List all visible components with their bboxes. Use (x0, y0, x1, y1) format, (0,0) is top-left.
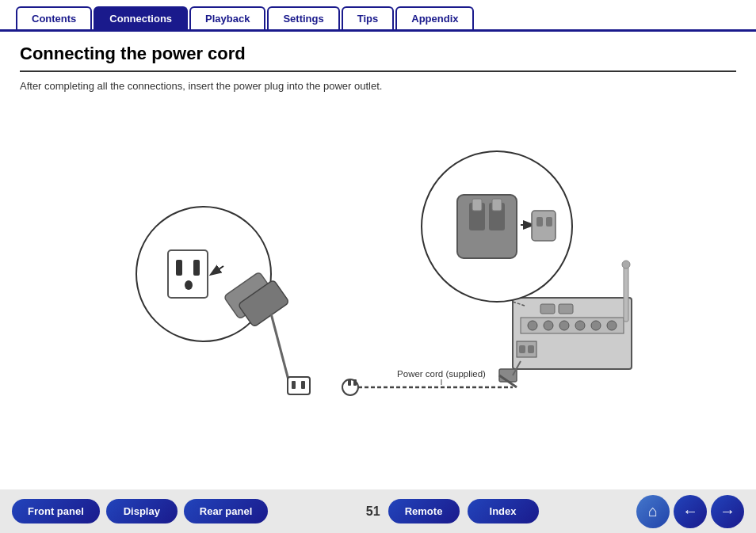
tab-settings[interactable]: Settings (267, 6, 339, 29)
svg-rect-38 (472, 199, 482, 211)
svg-point-21 (575, 321, 585, 330)
svg-rect-32 (540, 304, 555, 314)
svg-point-31 (622, 261, 630, 268)
bottom-nav-center: 51 Remote Index (366, 499, 539, 523)
svg-rect-1 (168, 250, 208, 298)
page-title: Connecting the power cord (20, 44, 736, 72)
svg-point-22 (591, 321, 601, 330)
diagram-area: To household power outlet (AC 120 V, 60 … (20, 100, 736, 409)
bottom-nav-right: ⌂ ← → (636, 495, 744, 528)
svg-rect-8 (288, 377, 310, 394)
svg-rect-27 (499, 369, 517, 382)
navigation-tabs: Contents Connections Playback Settings T… (0, 0, 756, 32)
remote-button[interactable]: Remote (388, 499, 460, 523)
svg-rect-25 (519, 345, 525, 353)
svg-rect-35 (457, 195, 517, 258)
svg-rect-30 (624, 266, 628, 322)
svg-point-4 (185, 280, 193, 290)
svg-rect-39 (492, 199, 502, 211)
svg-rect-12 (348, 379, 351, 386)
tab-tips[interactable]: Tips (342, 6, 395, 29)
home-button[interactable]: ⌂ (636, 495, 670, 528)
power-cord-label: Power cord (supplied) (397, 369, 486, 379)
power-cord-diagram: To household power outlet (AC 120 V, 60 … (37, 108, 719, 401)
display-button[interactable]: Display (106, 499, 178, 523)
back-arrow-icon: ← (682, 502, 698, 520)
svg-point-20 (559, 321, 569, 330)
svg-point-18 (528, 321, 537, 330)
main-content: Connecting the power cord After completi… (0, 32, 756, 417)
tab-contents[interactable]: Contents (16, 6, 92, 29)
forward-button[interactable]: → (711, 495, 744, 528)
page-number: 51 (366, 504, 380, 519)
tab-appendix[interactable]: Appendix (395, 6, 474, 29)
svg-rect-41 (536, 217, 543, 227)
index-button[interactable]: Index (468, 499, 539, 523)
home-icon: ⌂ (648, 502, 658, 520)
svg-point-23 (607, 321, 617, 330)
bottom-nav-left: Front panel Display Rear panel (12, 499, 268, 523)
svg-rect-26 (528, 345, 534, 353)
svg-point-19 (544, 321, 553, 330)
front-panel-button[interactable]: Front panel (12, 499, 100, 523)
svg-rect-10 (301, 381, 305, 389)
forward-arrow-icon: → (720, 502, 735, 520)
svg-rect-33 (559, 304, 573, 314)
back-button[interactable]: ← (674, 495, 707, 528)
svg-rect-13 (353, 379, 357, 386)
svg-rect-9 (292, 381, 296, 389)
tab-playback[interactable]: Playback (189, 6, 265, 29)
svg-rect-42 (546, 217, 552, 227)
rear-panel-button[interactable]: Rear panel (184, 499, 268, 523)
bottom-navigation: Front panel Display Rear panel 51 Remote… (0, 489, 756, 533)
svg-rect-3 (193, 260, 200, 276)
svg-rect-2 (176, 260, 182, 276)
tab-connections[interactable]: Connections (94, 6, 188, 29)
page-description: After completing all the connections, in… (20, 80, 736, 92)
